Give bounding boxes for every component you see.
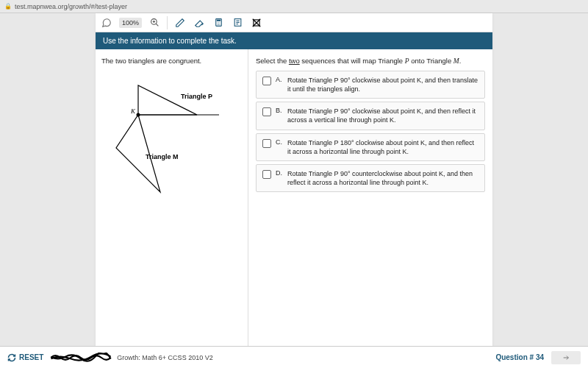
- option-text: Rotate Triangle P 180° clockwise about p…: [287, 138, 478, 156]
- options-list: A. Rotate Triangle P 90° clockwise about…: [256, 71, 485, 192]
- question-prompt: Select the two sequences that will map T…: [256, 57, 485, 65]
- svg-rect-5: [216, 20, 220, 21]
- checkbox-b[interactable]: [262, 107, 271, 116]
- option-text: Rotate Triangle P 90° counterclockwise a…: [287, 169, 478, 187]
- option-text: Rotate Triangle P 90° clockwise about po…: [287, 76, 478, 93]
- svg-point-11: [219, 24, 220, 25]
- option-text: Rotate Triangle P 90° clockwise about po…: [287, 107, 478, 124]
- footer-bar: RESET Growth: Math 6+ CCSS 2010 V2 Quest…: [0, 346, 588, 368]
- toolbar: 100%: [96, 13, 492, 32]
- assessment-name: Growth: Math 6+ CCSS 2010 V2: [117, 354, 212, 361]
- svg-point-8: [219, 23, 220, 24]
- svg-point-7: [218, 23, 218, 24]
- instruction-text: Use the information to complete the task…: [103, 37, 237, 45]
- question-column: Select the two sequences that will map T…: [248, 49, 492, 346]
- checkbox-d[interactable]: [262, 170, 271, 179]
- redacted-scribble: [48, 353, 114, 363]
- stimulus-text: The two triangles are congruent.: [101, 57, 242, 65]
- eraser-icon[interactable]: [193, 16, 206, 29]
- zoom-in-icon[interactable]: [148, 16, 161, 29]
- option-a[interactable]: A. Rotate Triangle P 90° clockwise about…: [256, 71, 485, 99]
- option-c[interactable]: C. Rotate Triangle P 180° clockwise abou…: [256, 133, 485, 161]
- reset-label: RESET: [19, 353, 43, 361]
- svg-line-1: [156, 24, 158, 26]
- option-b[interactable]: B. Rotate Triangle P 90° clockwise about…: [256, 102, 485, 130]
- option-letter: B.: [276, 107, 283, 114]
- zoom-level: 100%: [119, 18, 142, 28]
- pencil-icon[interactable]: [173, 16, 187, 29]
- strikethrough-icon[interactable]: [250, 16, 263, 29]
- svg-marker-19: [138, 85, 197, 115]
- content-area: The two triangles are congruent. K Trian…: [96, 49, 492, 346]
- svg-point-22: [137, 113, 140, 117]
- stimulus-column: The two triangles are congruent. K Trian…: [96, 49, 248, 346]
- calculator-icon[interactable]: [212, 16, 225, 29]
- triangle-diagram: K Triangle P Triangle M: [101, 71, 241, 203]
- toolbar-separator: [167, 16, 168, 29]
- label-triangle-p: Triangle P: [181, 93, 212, 100]
- app-frame: 100% Use the information to complete t: [0, 13, 588, 368]
- browser-url-bar: 🔒 test.mapnwea.org/growth/#/test-player: [0, 0, 588, 13]
- option-letter: A.: [276, 76, 283, 83]
- url-text: test.mapnwea.org/growth/#/test-player: [15, 3, 127, 10]
- chat-icon[interactable]: [100, 16, 113, 29]
- label-K: K: [130, 107, 136, 115]
- svg-point-6: [217, 23, 218, 24]
- option-letter: D.: [276, 169, 283, 177]
- checkbox-c[interactable]: [262, 139, 271, 148]
- checkbox-a[interactable]: [262, 77, 271, 85]
- option-d[interactable]: D. Rotate Triangle P 90° counterclockwis…: [256, 164, 485, 192]
- question-number: Question # 34: [495, 353, 544, 361]
- reference-icon[interactable]: [231, 16, 244, 29]
- next-button[interactable]: [551, 351, 581, 364]
- lock-icon: 🔒: [4, 3, 12, 10]
- svg-point-9: [217, 24, 218, 25]
- arrow-right-icon: [561, 354, 571, 361]
- instruction-bar: Use the information to complete the task…: [96, 32, 492, 49]
- refresh-icon: [7, 353, 16, 362]
- svg-point-10: [218, 24, 218, 25]
- reset-button[interactable]: RESET: [7, 353, 43, 362]
- test-stage: 100% Use the information to complete t: [96, 13, 492, 346]
- option-letter: C.: [276, 138, 283, 146]
- label-triangle-m: Triangle M: [146, 153, 179, 160]
